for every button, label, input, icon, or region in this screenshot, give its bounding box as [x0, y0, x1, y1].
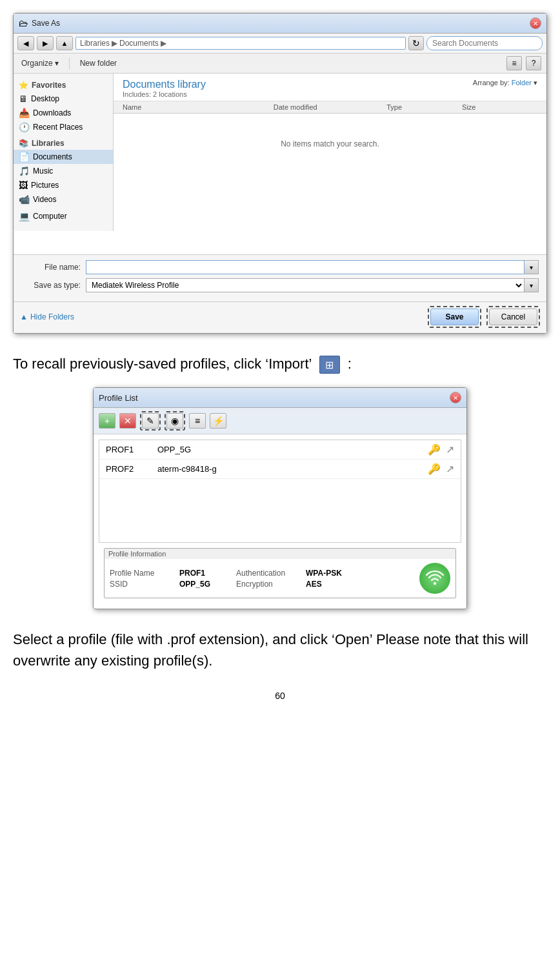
recent-places-icon: 🕐	[19, 122, 30, 132]
ssid-info-label: SSID	[110, 580, 174, 589]
filetype-dropdown-button[interactable]: ▾	[525, 278, 539, 292]
sidebar-item-desktop[interactable]: 🖥 Desktop	[14, 92, 113, 106]
up-button[interactable]: ▲	[56, 36, 73, 50]
profile-toolbar: + ✕ ✎ ◉ ≡ ⚡	[94, 408, 466, 434]
filetype-label: Save as type:	[21, 281, 86, 290]
folder-icon: 🗁	[19, 18, 28, 28]
connect-icon-2: ↗	[446, 463, 454, 475]
delete-profile-button[interactable]: ✕	[119, 413, 136, 429]
back-button[interactable]: ◀	[17, 36, 34, 50]
sidebar-nav: ⭐ Favorites 🖥 Desktop 📥 Downloads 🕐 Rece…	[14, 74, 114, 231]
dialog-titlebar: 🗁 Save As ✕	[14, 14, 546, 34]
new-folder-button[interactable]: New folder	[77, 57, 119, 69]
computer-section: 💻 Computer	[14, 209, 113, 223]
libraries-section: 📚 Libraries 📄 Documents 🎵 Music 🖼 Pictur…	[14, 137, 113, 207]
connect-profile-button[interactable]: ⚡	[210, 413, 226, 429]
titlebar-left: 🗁 Save As	[19, 18, 60, 28]
key-icon-2: 🔑	[428, 463, 441, 475]
sidebar: ⭐ Favorites 🖥 Desktop 📥 Downloads 🕐 Rece…	[14, 74, 114, 254]
save-as-dialog: 🗁 Save As ✕ ◀ ▶ ▲ Libraries ▶ Documents …	[13, 13, 547, 334]
sidebar-item-downloads[interactable]: 📥 Downloads	[14, 106, 113, 120]
pictures-icon: 🖼	[19, 180, 28, 190]
filename-label: File name:	[21, 263, 86, 272]
svg-point-0	[434, 582, 436, 585]
profile-dialog-title: Profile List	[99, 393, 138, 403]
auth-row: Authentication WPA-PSK	[236, 569, 342, 578]
add-profile-button[interactable]: +	[99, 413, 115, 429]
filetype-select[interactable]: Mediatek Wireless Profile	[86, 278, 525, 292]
profile-row-1[interactable]: PROF1 OPP_5G 🔑 ↗	[99, 440, 461, 460]
organize-button[interactable]: Organize ▾	[19, 57, 61, 69]
path-part-1: Libraries	[80, 39, 110, 48]
profile-icons-1: 🔑 ↗	[428, 443, 454, 456]
profile-list: PROF1 OPP_5G 🔑 ↗ PROF2 aterm-c98418-g 🔑 …	[99, 440, 461, 543]
profile-row-2[interactable]: PROF2 aterm-c98418-g 🔑 ↗	[99, 460, 461, 479]
desktop-icon: 🖥	[19, 94, 28, 104]
view-options-button[interactable]: ≡	[506, 56, 522, 70]
sidebar-item-pictures[interactable]: 🖼 Pictures	[14, 178, 113, 192]
dialog-toolbar: Organize ▾ New folder ≡ ?	[14, 54, 546, 74]
filename-input[interactable]	[86, 260, 525, 274]
col-type-header: Type	[386, 103, 462, 111]
page-number: 60	[13, 691, 547, 701]
encryption-row: Encryption AES	[236, 580, 342, 589]
sidebar-item-videos[interactable]: 📹 Videos	[14, 192, 113, 207]
profile-name-1: PROF1	[106, 445, 157, 454]
col-size-header: Size	[462, 103, 537, 111]
close-button[interactable]: ✕	[530, 17, 541, 29]
toolbar-separator	[69, 57, 70, 69]
arrange-by: Arrange by: Folder ▾	[473, 79, 537, 87]
arrange-value: Folder	[512, 79, 532, 86]
documents-icon: 📄	[19, 152, 30, 162]
encryption-info-value: AES	[306, 580, 322, 589]
colon-text: :	[348, 356, 352, 372]
auth-info-value: WPA-PSK	[306, 569, 342, 578]
dialog-actions: ▲ Hide Folders Save Cancel	[14, 301, 546, 333]
chevron-icon: ▶	[112, 39, 117, 48]
export-profile-button[interactable]: ≡	[189, 413, 206, 429]
save-button-outline: Save	[428, 306, 481, 328]
save-button[interactable]: Save	[430, 309, 479, 325]
wifi-connect-icon[interactable]	[419, 563, 450, 594]
profile-list-dialog: Profile List ✕ + ✕ ✎ ◉ ≡ ⚡ PROF1 OPP_5G …	[93, 387, 467, 609]
profile-name-2: PROF2	[106, 464, 157, 474]
profile-ssid-1: OPP_5G	[157, 445, 428, 454]
key-icon-1: 🔑	[428, 443, 441, 456]
profile-info-section: Profile Information Profile Name PROF1 S…	[104, 548, 456, 598]
dropdown-arrow-icon: ▾	[55, 59, 59, 68]
filetype-row: Save as type: Mediatek Wireless Profile …	[21, 278, 539, 292]
edit-profile-button[interactable]: ✎	[142, 413, 159, 429]
no-items-message: No items match your search.	[114, 114, 546, 174]
sidebar-item-computer[interactable]: 💻 Computer	[14, 209, 113, 223]
connect-icon-1: ↗	[446, 443, 454, 456]
hide-folders-arrow-icon: ▲	[20, 312, 28, 321]
profile-name-info-label: Profile Name	[110, 569, 174, 578]
profile-close-button[interactable]: ✕	[450, 392, 461, 403]
file-list-header: Arrange by: Folder ▾ Documents library I…	[114, 74, 546, 101]
arrange-dropdown-icon[interactable]: ▾	[534, 79, 537, 86]
libraries-header: 📚 Libraries	[14, 137, 113, 150]
dialog-title: Save As	[32, 19, 60, 28]
address-path[interactable]: Libraries ▶ Documents ▶	[75, 37, 406, 50]
hide-folders-button[interactable]: ▲ Hide Folders	[20, 306, 74, 328]
cancel-button[interactable]: Cancel	[489, 309, 537, 325]
profile-icons-2: 🔑 ↗	[428, 463, 454, 475]
window-controls: ✕	[530, 17, 541, 29]
favorites-header: ⭐ Favorites	[14, 79, 113, 92]
dialog-bottom-fields: File name: ▾ Save as type: Mediatek Wire…	[14, 254, 546, 301]
profile-titlebar: Profile List ✕	[94, 388, 466, 408]
activate-profile-button[interactable]: ◉	[166, 413, 183, 429]
forward-button[interactable]: ▶	[37, 36, 54, 50]
chevron-icon-2: ▶	[161, 39, 166, 48]
filename-dropdown-button[interactable]: ▾	[525, 260, 539, 274]
sidebar-item-recent-places[interactable]: 🕐 Recent Places	[14, 120, 113, 134]
dialog-body: ⭐ Favorites 🖥 Desktop 📥 Downloads 🕐 Rece…	[14, 74, 546, 254]
videos-icon: 📹	[19, 194, 30, 205]
search-input[interactable]	[426, 36, 543, 50]
refresh-button[interactable]: ↻	[408, 36, 424, 50]
sidebar-item-music[interactable]: 🎵 Music	[14, 164, 113, 178]
col-name-header: Name	[123, 103, 274, 111]
sidebar-item-documents[interactable]: 📄 Documents	[14, 150, 113, 164]
help-button[interactable]: ?	[526, 56, 541, 70]
profile-info-body: Profile Name PROF1 SSID OPP_5G Authentic…	[105, 559, 455, 598]
